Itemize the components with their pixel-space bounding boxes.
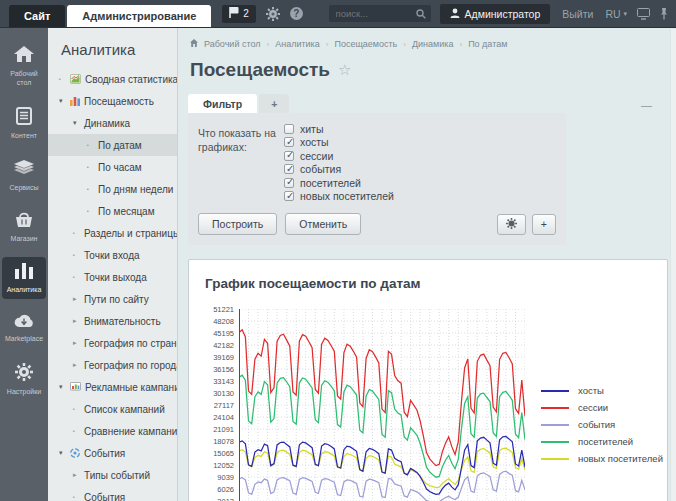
sidebar-item-19[interactable]: ▪События — [48, 486, 177, 501]
y-tick-label: 21091 — [213, 425, 234, 434]
legend-label: события — [578, 419, 615, 430]
y-tick-label: 3013 — [217, 497, 234, 501]
chevron-down-icon: ▾ — [59, 383, 70, 391]
breadcrumb-item-2[interactable]: Посещаемость — [334, 39, 397, 49]
filter-panel: Что показать на графиках: хитыхостысесси… — [188, 113, 566, 245]
sidebar-item-18[interactable]: ▸Типы событий — [48, 464, 177, 486]
user-button[interactable]: Администратор — [440, 4, 551, 24]
sidebar-item-label: По дням недели — [98, 184, 173, 195]
rail-item-gear[interactable]: Настройки — [2, 357, 46, 401]
notifications-button[interactable]: 2 — [222, 5, 256, 23]
sidebar-item-2[interactable]: ▾Динамика — [48, 112, 177, 134]
language-selector[interactable]: RU ▾ — [605, 8, 627, 20]
tab-filter[interactable]: Фильтр — [188, 94, 257, 113]
notifications-count: 2 — [243, 8, 249, 19]
checkbox-icon[interactable] — [284, 164, 294, 174]
sidebar-item-14[interactable]: ▾Рекламные кампании — [48, 376, 177, 398]
sidebar-item-4[interactable]: ▪По часам — [48, 156, 177, 178]
sidebar-item-13[interactable]: ▸География по городам — [48, 354, 177, 376]
tab-site[interactable]: Сайт — [9, 5, 65, 27]
rail-item-layers[interactable]: Сервисы — [2, 154, 46, 196]
analytics-icon — [15, 263, 33, 281]
sidebar-item-label: Сводная статистика — [85, 74, 178, 85]
filter-checkbox-row-5[interactable]: новых посетителей — [284, 190, 556, 204]
help-icon[interactable]: ? — [290, 7, 303, 20]
chevron-down-icon: ▾ — [59, 97, 70, 105]
sidebar-item-15[interactable]: ▪Список кампаний — [48, 398, 177, 420]
checkbox-icon[interactable] — [284, 124, 294, 134]
sidebar-item-7[interactable]: ▪Разделы и страницы — [48, 222, 177, 244]
pin-icon[interactable] — [660, 8, 668, 20]
rail-item-cloud[interactable]: Marketplace — [2, 308, 46, 348]
legend-item-0: хосты — [541, 385, 663, 396]
logout-link[interactable]: Выйти — [562, 8, 593, 20]
y-tick-label: 30130 — [213, 389, 234, 398]
rail-item-label: Аналитика — [7, 285, 42, 294]
sidebar-item-8[interactable]: ▪Точки входа — [48, 244, 177, 266]
bullet-icon: ▪ — [87, 208, 98, 214]
add-filter-tab-button[interactable]: + — [259, 94, 289, 113]
y-tick-label: 39169 — [213, 353, 234, 362]
page-scrollbar[interactable] — [670, 29, 676, 501]
cancel-button[interactable]: Отменить — [285, 213, 361, 235]
sidebar-item-10[interactable]: ▸Пути по сайту — [48, 288, 177, 310]
checkbox-icon[interactable] — [284, 137, 294, 147]
sidebar-item-12[interactable]: ▸География по странам — [48, 332, 177, 354]
main-content: Рабочий стол›Аналитика›Посещаемость›Дина… — [178, 28, 676, 501]
checkbox-label: хиты — [300, 123, 323, 135]
visits-icon — [70, 96, 80, 106]
analytics-sidebar: Аналитика ▪Сводная статистика▾Посещаемос… — [48, 28, 178, 501]
sidebar-item-1[interactable]: ▾Посещаемость — [48, 90, 177, 112]
build-button[interactable]: Построить — [198, 213, 277, 235]
sidebar-item-label: События — [84, 448, 125, 459]
tab-admin[interactable]: Администрирование — [67, 5, 211, 27]
monitor-icon[interactable] — [637, 8, 650, 20]
legend-label: новых посетителей — [578, 453, 663, 464]
filter-checkbox-row-2[interactable]: сессии — [284, 149, 556, 163]
breadcrumb-separator: › — [459, 40, 462, 49]
filter-checkbox-row-0[interactable]: хиты — [284, 122, 556, 136]
series-line-1 — [239, 330, 525, 466]
sidebar-item-3[interactable]: ▪По датам — [48, 134, 177, 156]
chart-plot-area: 30.1005.1111.1117.1123.1129.1105.1211.12… — [239, 309, 525, 501]
breadcrumb-item-3[interactable]: Динамика — [412, 39, 453, 49]
sidebar-item-0[interactable]: ▪Сводная статистика — [48, 68, 177, 90]
sidebar-item-9[interactable]: ▪Точки выхода — [48, 266, 177, 288]
sidebar-item-6[interactable]: ▪По месяцам — [48, 200, 177, 222]
y-tick-label: 9039 — [217, 473, 234, 482]
chevron-right-icon: ▸ — [73, 317, 84, 325]
sidebar-item-label: Рекламные кампании — [85, 382, 178, 393]
sidebar-item-17[interactable]: ▾События — [48, 442, 177, 464]
filter-add-button[interactable]: + — [532, 214, 556, 235]
filter-question-label: Что показать на графиках: — [198, 126, 276, 154]
legend-swatch — [541, 458, 569, 460]
sidebar-item-11[interactable]: ▸Внимательность — [48, 310, 177, 332]
rail-item-document[interactable]: Контент — [2, 101, 46, 145]
filter-checkbox-row-1[interactable]: хосты — [284, 136, 556, 150]
bullet-icon: ▪ — [73, 252, 84, 258]
sidebar-item-16[interactable]: ▪Сравнение кампаний — [48, 420, 177, 442]
filter-checkbox-row-3[interactable]: события — [284, 163, 556, 177]
rail-item-home[interactable]: Рабочий стол — [2, 40, 46, 92]
search-input[interactable] — [334, 7, 416, 20]
desktop-home-icon — [190, 39, 198, 49]
filter-checkbox-row-4[interactable]: посетителей — [284, 176, 556, 190]
breadcrumb-item-4[interactable]: По датам — [468, 39, 507, 49]
favorite-star-icon[interactable]: ☆ — [338, 61, 351, 79]
breadcrumb-item-1[interactable]: Аналитика — [275, 39, 320, 49]
filter-settings-gear-button[interactable] — [497, 214, 526, 235]
filter-tabs: Фильтр + — — [188, 94, 668, 113]
legend-label: хосты — [578, 385, 604, 396]
legend-swatch — [541, 407, 569, 409]
rail-item-analytics[interactable]: Аналитика — [2, 257, 46, 299]
checkbox-icon[interactable] — [284, 178, 294, 188]
breadcrumb-item-0[interactable]: Рабочий стол — [204, 39, 261, 49]
filter-collapse-button[interactable]: — — [641, 99, 652, 111]
sidebar-item-5[interactable]: ▪По дням недели — [48, 178, 177, 200]
sidebar-item-label: Сравнение кампаний — [84, 426, 178, 437]
top-gear-icon[interactable] — [266, 7, 280, 21]
checkbox-icon[interactable] — [284, 151, 294, 161]
checkbox-icon[interactable] — [284, 191, 294, 201]
rail-item-cart[interactable]: Магазин — [2, 206, 46, 248]
cloud-icon — [14, 314, 34, 330]
